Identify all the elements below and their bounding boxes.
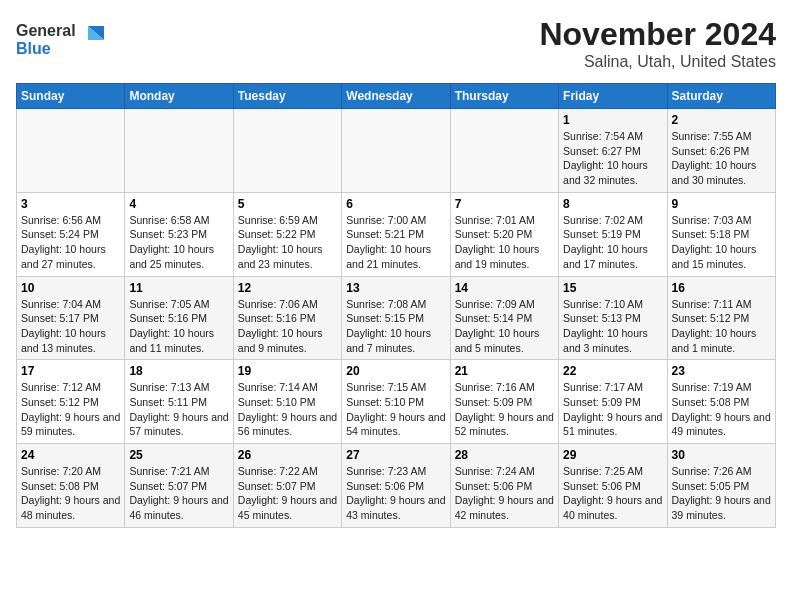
calendar-cell: 24Sunrise: 7:20 AMSunset: 5:08 PMDayligh… bbox=[17, 444, 125, 528]
weekday-header-sunday: Sunday bbox=[17, 84, 125, 109]
day-number: 20 bbox=[346, 364, 445, 378]
day-number: 22 bbox=[563, 364, 662, 378]
weekday-header-friday: Friday bbox=[559, 84, 667, 109]
calendar-cell: 11Sunrise: 7:05 AMSunset: 5:16 PMDayligh… bbox=[125, 276, 233, 360]
calendar-cell: 1Sunrise: 7:54 AMSunset: 6:27 PMDaylight… bbox=[559, 109, 667, 193]
day-info: Sunrise: 7:54 AMSunset: 6:27 PMDaylight:… bbox=[563, 129, 662, 188]
day-number: 3 bbox=[21, 197, 120, 211]
day-info: Sunrise: 6:56 AMSunset: 5:24 PMDaylight:… bbox=[21, 213, 120, 272]
day-info: Sunrise: 7:22 AMSunset: 5:07 PMDaylight:… bbox=[238, 464, 337, 523]
calendar-cell: 7Sunrise: 7:01 AMSunset: 5:20 PMDaylight… bbox=[450, 192, 558, 276]
day-info: Sunrise: 6:58 AMSunset: 5:23 PMDaylight:… bbox=[129, 213, 228, 272]
calendar-cell: 14Sunrise: 7:09 AMSunset: 5:14 PMDayligh… bbox=[450, 276, 558, 360]
day-info: Sunrise: 7:23 AMSunset: 5:06 PMDaylight:… bbox=[346, 464, 445, 523]
calendar-cell: 25Sunrise: 7:21 AMSunset: 5:07 PMDayligh… bbox=[125, 444, 233, 528]
day-number: 24 bbox=[21, 448, 120, 462]
calendar-cell: 23Sunrise: 7:19 AMSunset: 5:08 PMDayligh… bbox=[667, 360, 775, 444]
day-info: Sunrise: 7:06 AMSunset: 5:16 PMDaylight:… bbox=[238, 297, 337, 356]
day-number: 8 bbox=[563, 197, 662, 211]
day-number: 5 bbox=[238, 197, 337, 211]
day-number: 2 bbox=[672, 113, 771, 127]
weekday-header-thursday: Thursday bbox=[450, 84, 558, 109]
page-header: General Blue November 2024 Salina, Utah,… bbox=[16, 16, 776, 71]
calendar-cell: 22Sunrise: 7:17 AMSunset: 5:09 PMDayligh… bbox=[559, 360, 667, 444]
day-number: 9 bbox=[672, 197, 771, 211]
day-info: Sunrise: 7:16 AMSunset: 5:09 PMDaylight:… bbox=[455, 380, 554, 439]
calendar-cell: 28Sunrise: 7:24 AMSunset: 5:06 PMDayligh… bbox=[450, 444, 558, 528]
day-number: 1 bbox=[563, 113, 662, 127]
title-block: November 2024 Salina, Utah, United State… bbox=[539, 16, 776, 71]
calendar-cell: 30Sunrise: 7:26 AMSunset: 5:05 PMDayligh… bbox=[667, 444, 775, 528]
day-info: Sunrise: 7:01 AMSunset: 5:20 PMDaylight:… bbox=[455, 213, 554, 272]
day-info: Sunrise: 7:04 AMSunset: 5:17 PMDaylight:… bbox=[21, 297, 120, 356]
calendar-cell: 8Sunrise: 7:02 AMSunset: 5:19 PMDaylight… bbox=[559, 192, 667, 276]
week-row-4: 17Sunrise: 7:12 AMSunset: 5:12 PMDayligh… bbox=[17, 360, 776, 444]
calendar-cell: 10Sunrise: 7:04 AMSunset: 5:17 PMDayligh… bbox=[17, 276, 125, 360]
day-info: Sunrise: 7:13 AMSunset: 5:11 PMDaylight:… bbox=[129, 380, 228, 439]
calendar-cell: 19Sunrise: 7:14 AMSunset: 5:10 PMDayligh… bbox=[233, 360, 341, 444]
calendar-cell bbox=[342, 109, 450, 193]
calendar-cell: 27Sunrise: 7:23 AMSunset: 5:06 PMDayligh… bbox=[342, 444, 450, 528]
day-number: 18 bbox=[129, 364, 228, 378]
day-info: Sunrise: 7:15 AMSunset: 5:10 PMDaylight:… bbox=[346, 380, 445, 439]
calendar-cell: 3Sunrise: 6:56 AMSunset: 5:24 PMDaylight… bbox=[17, 192, 125, 276]
weekday-header-wednesday: Wednesday bbox=[342, 84, 450, 109]
day-number: 27 bbox=[346, 448, 445, 462]
calendar-cell: 6Sunrise: 7:00 AMSunset: 5:21 PMDaylight… bbox=[342, 192, 450, 276]
day-number: 21 bbox=[455, 364, 554, 378]
calendar-cell: 2Sunrise: 7:55 AMSunset: 6:26 PMDaylight… bbox=[667, 109, 775, 193]
day-number: 29 bbox=[563, 448, 662, 462]
day-info: Sunrise: 7:05 AMSunset: 5:16 PMDaylight:… bbox=[129, 297, 228, 356]
day-info: Sunrise: 7:26 AMSunset: 5:05 PMDaylight:… bbox=[672, 464, 771, 523]
day-info: Sunrise: 6:59 AMSunset: 5:22 PMDaylight:… bbox=[238, 213, 337, 272]
day-number: 14 bbox=[455, 281, 554, 295]
day-info: Sunrise: 7:10 AMSunset: 5:13 PMDaylight:… bbox=[563, 297, 662, 356]
weekday-header-tuesday: Tuesday bbox=[233, 84, 341, 109]
calendar-cell: 17Sunrise: 7:12 AMSunset: 5:12 PMDayligh… bbox=[17, 360, 125, 444]
weekday-header-row: SundayMondayTuesdayWednesdayThursdayFrid… bbox=[17, 84, 776, 109]
day-number: 25 bbox=[129, 448, 228, 462]
page-title: November 2024 bbox=[539, 16, 776, 53]
day-number: 26 bbox=[238, 448, 337, 462]
calendar-cell: 5Sunrise: 6:59 AMSunset: 5:22 PMDaylight… bbox=[233, 192, 341, 276]
calendar-cell bbox=[125, 109, 233, 193]
day-number: 30 bbox=[672, 448, 771, 462]
day-info: Sunrise: 7:21 AMSunset: 5:07 PMDaylight:… bbox=[129, 464, 228, 523]
day-number: 23 bbox=[672, 364, 771, 378]
day-info: Sunrise: 7:00 AMSunset: 5:21 PMDaylight:… bbox=[346, 213, 445, 272]
day-number: 28 bbox=[455, 448, 554, 462]
day-info: Sunrise: 7:02 AMSunset: 5:19 PMDaylight:… bbox=[563, 213, 662, 272]
day-info: Sunrise: 7:03 AMSunset: 5:18 PMDaylight:… bbox=[672, 213, 771, 272]
day-number: 15 bbox=[563, 281, 662, 295]
day-number: 4 bbox=[129, 197, 228, 211]
calendar-cell: 13Sunrise: 7:08 AMSunset: 5:15 PMDayligh… bbox=[342, 276, 450, 360]
day-number: 6 bbox=[346, 197, 445, 211]
page-subtitle: Salina, Utah, United States bbox=[539, 53, 776, 71]
week-row-3: 10Sunrise: 7:04 AMSunset: 5:17 PMDayligh… bbox=[17, 276, 776, 360]
day-info: Sunrise: 7:24 AMSunset: 5:06 PMDaylight:… bbox=[455, 464, 554, 523]
calendar-cell: 29Sunrise: 7:25 AMSunset: 5:06 PMDayligh… bbox=[559, 444, 667, 528]
calendar-cell bbox=[17, 109, 125, 193]
calendar-cell: 4Sunrise: 6:58 AMSunset: 5:23 PMDaylight… bbox=[125, 192, 233, 276]
day-info: Sunrise: 7:19 AMSunset: 5:08 PMDaylight:… bbox=[672, 380, 771, 439]
calendar-cell: 21Sunrise: 7:16 AMSunset: 5:09 PMDayligh… bbox=[450, 360, 558, 444]
day-info: Sunrise: 7:12 AMSunset: 5:12 PMDaylight:… bbox=[21, 380, 120, 439]
week-row-1: 1Sunrise: 7:54 AMSunset: 6:27 PMDaylight… bbox=[17, 109, 776, 193]
calendar-cell: 16Sunrise: 7:11 AMSunset: 5:12 PMDayligh… bbox=[667, 276, 775, 360]
calendar-cell: 18Sunrise: 7:13 AMSunset: 5:11 PMDayligh… bbox=[125, 360, 233, 444]
calendar-cell: 26Sunrise: 7:22 AMSunset: 5:07 PMDayligh… bbox=[233, 444, 341, 528]
day-info: Sunrise: 7:09 AMSunset: 5:14 PMDaylight:… bbox=[455, 297, 554, 356]
day-info: Sunrise: 7:20 AMSunset: 5:08 PMDaylight:… bbox=[21, 464, 120, 523]
svg-text:Blue: Blue bbox=[16, 40, 51, 57]
day-number: 12 bbox=[238, 281, 337, 295]
day-info: Sunrise: 7:25 AMSunset: 5:06 PMDaylight:… bbox=[563, 464, 662, 523]
day-number: 16 bbox=[672, 281, 771, 295]
calendar-cell: 15Sunrise: 7:10 AMSunset: 5:13 PMDayligh… bbox=[559, 276, 667, 360]
day-number: 11 bbox=[129, 281, 228, 295]
day-number: 13 bbox=[346, 281, 445, 295]
logo-icon: General Blue bbox=[16, 16, 106, 60]
svg-text:General: General bbox=[16, 22, 76, 39]
day-number: 19 bbox=[238, 364, 337, 378]
day-info: Sunrise: 7:11 AMSunset: 5:12 PMDaylight:… bbox=[672, 297, 771, 356]
calendar-cell bbox=[450, 109, 558, 193]
